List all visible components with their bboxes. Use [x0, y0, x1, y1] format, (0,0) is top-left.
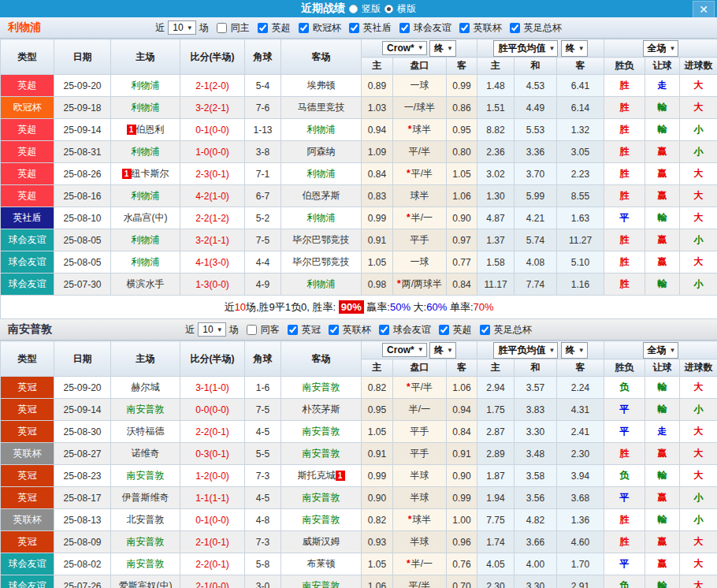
odds-away-cell: 0.70: [447, 575, 477, 588]
league-checkbox-5[interactable]: [510, 23, 520, 33]
recent-count-select-value: 10: [202, 324, 213, 335]
home-team-cell: 南安普敦: [111, 531, 180, 553]
score-cell: 0-1(0-0): [180, 509, 245, 531]
table-row: 球会友谊25-07-30横滨水手1-3(0-0)4-9利物浦0.98*两/两球半…: [1, 274, 717, 296]
odds-stage-select-value: 终: [434, 42, 444, 55]
odds-away-cell: 0.94: [447, 399, 477, 421]
avg-odds-select[interactable]: 胜平负均值▼: [493, 40, 558, 57]
avg-draw-cell: 5.53: [515, 119, 557, 141]
handicap-value: 半球: [411, 536, 429, 547]
corner-cell: 7-3: [245, 465, 281, 487]
chevron-down-icon: ▼: [548, 45, 555, 52]
avg-home-cell: 2.30: [477, 575, 515, 588]
column-header-3: 比分(半场): [180, 39, 245, 75]
home-team-name: 赫尔城: [132, 381, 160, 393]
corner-cell: 1-13: [245, 119, 281, 141]
handicap-cell: *球半: [393, 509, 447, 531]
league-checkbox-3[interactable]: [439, 325, 449, 335]
avg-home-cell: 4.05: [477, 553, 515, 575]
chevron-down-icon: ▼: [548, 347, 555, 354]
result-goals-cell: 小: [680, 487, 717, 509]
handicap-value: 半球: [411, 470, 429, 481]
odds-stage-select[interactable]: 终▼: [429, 342, 456, 359]
summary-part: 场,胜9平1负0, 胜率:: [246, 301, 339, 313]
avg-away-cell: 4.31: [557, 399, 604, 421]
avg-stage-select[interactable]: 终▼: [561, 342, 588, 359]
scope-select[interactable]: 全场▼: [643, 342, 679, 359]
vertical-layout-label[interactable]: 竖版: [362, 2, 381, 16]
column-header-2: 主场: [111, 341, 180, 377]
avg-home-cell: 1.87: [477, 465, 515, 487]
away-team-cell: 威斯汉姆: [281, 531, 362, 553]
league-checkbox-0[interactable]: [288, 325, 298, 335]
avg-away-cell: 2.24: [557, 377, 604, 399]
result-wdl-cell: 平: [604, 487, 645, 509]
vertical-layout-radio[interactable]: [349, 5, 358, 13]
avg-odds-select[interactable]: 胜平负均值▼: [493, 342, 558, 359]
league-checkbox-0[interactable]: [258, 23, 268, 33]
league-checkbox-3[interactable]: [399, 23, 410, 33]
home-team-cell: 南安普敦: [111, 553, 180, 575]
recent-count-select[interactable]: 10▼: [198, 322, 225, 337]
chevron-down-icon: ▼: [447, 347, 453, 354]
league-checkbox-2[interactable]: [349, 23, 359, 33]
league-type-cell: 英冠: [1, 421, 54, 443]
away-team-name: 利物浦: [307, 212, 336, 223]
date-cell: 25-08-27: [54, 443, 111, 465]
result-handicap-cell: 走: [645, 75, 680, 97]
avg-away-cell: 6.14: [557, 97, 604, 119]
avg-stage-select[interactable]: 终▼: [561, 40, 588, 57]
chevron-down-icon: ▼: [187, 24, 193, 32]
column-header-5: 客场: [281, 341, 362, 377]
league-checkbox-label: 球会友谊: [393, 323, 431, 337]
avg-away-cell: 1.36: [557, 509, 604, 531]
result-wdl-cell: 胜: [604, 509, 645, 531]
table-row: 英超25-08-16利物浦4-2(1-0)6-7伯恩茅斯0.83球半1.061.…: [1, 185, 717, 207]
avg-home-cell: 1.58: [477, 251, 515, 274]
corner-cell: 3-8: [245, 141, 281, 163]
home-team-name: 利物浦: [132, 102, 160, 113]
score-cell: 3-1(1-0): [180, 377, 245, 399]
league-checkbox-4[interactable]: [459, 23, 470, 33]
avg-away-cell: 3.05: [557, 141, 604, 163]
league-type-cell: 英社盾: [1, 207, 54, 229]
horizontal-layout-label[interactable]: 横版: [397, 2, 416, 16]
odds-provider-select[interactable]: Crow*▼: [382, 343, 427, 357]
home-team-name: 利物浦: [132, 80, 160, 91]
corner-cell: 5-5: [245, 443, 281, 465]
chevron-down-icon: ▼: [578, 45, 585, 52]
league-type-cell: 球会友谊: [1, 274, 54, 296]
home-team-name: 伯恩利: [136, 124, 165, 135]
liverpool-filter-bar: 近10▼场同主英超欧冠杯英社盾球会友谊英联杯英足总杯 利物浦: [0, 17, 717, 39]
result-handicap-cell: 輸: [645, 575, 680, 588]
scope-select[interactable]: 全场▼: [643, 40, 679, 57]
league-checkbox-2[interactable]: [379, 325, 389, 335]
same-venue-checkbox[interactable]: [247, 325, 257, 335]
away-team-name: 利物浦: [307, 278, 336, 289]
table-row: 英超25-08-261纽卡斯尔2-3(0-1)7-1利物浦0.84*平/半1.0…: [1, 163, 717, 185]
handicap-cell: 半球: [393, 531, 447, 553]
odds-stage-select[interactable]: 终▼: [429, 40, 456, 57]
recent-prefix-label: 近: [185, 323, 195, 337]
away-team-name: 南安普敦: [303, 514, 340, 525]
league-checkbox-1[interactable]: [329, 325, 339, 335]
handicap-value: 半/一: [411, 558, 433, 569]
result-goals-cell: 大: [680, 377, 717, 399]
result-goals-cell: 小: [680, 141, 717, 163]
league-checkbox-4[interactable]: [480, 325, 490, 335]
result-handicap-cell: 輸: [645, 274, 680, 296]
handicap-star: *: [408, 514, 412, 525]
handicap-star: *: [407, 558, 411, 569]
close-icon[interactable]: ✕: [693, 1, 715, 18]
away-team-cell: 南安普敦: [281, 443, 362, 465]
league-type-cell: 球会友谊: [1, 553, 54, 575]
league-checkbox-1[interactable]: [299, 23, 309, 33]
handicap-cell: 平手: [393, 229, 447, 251]
corner-cell: 7-1: [245, 163, 281, 185]
odds-provider-select[interactable]: Crow*▼: [382, 41, 427, 55]
league-type-cell: 英超: [1, 119, 54, 141]
recent-count-select[interactable]: 10▼: [168, 20, 195, 35]
horizontal-layout-radio[interactable]: [385, 5, 393, 13]
avg-home-cell: 7.75: [477, 509, 515, 531]
same-venue-checkbox[interactable]: [217, 23, 227, 33]
